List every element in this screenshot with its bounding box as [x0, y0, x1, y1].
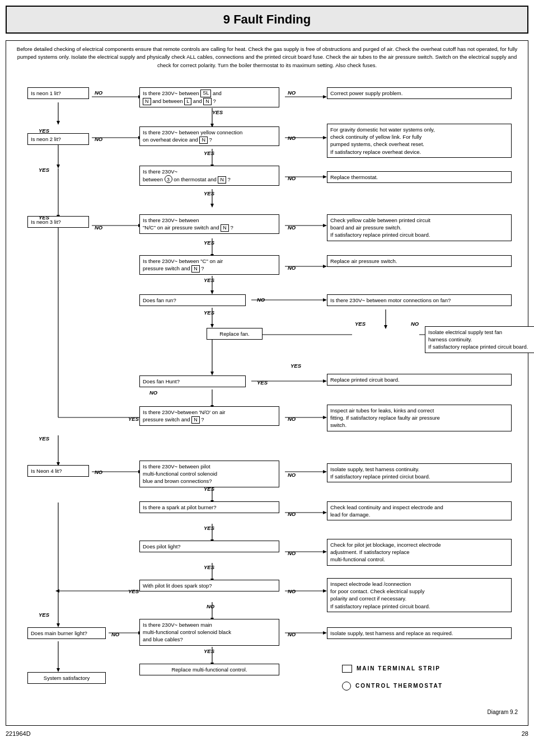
- ans-power-supply: Correct power supply problem.: [327, 87, 512, 99]
- label-yes-q4: YES: [204, 240, 214, 246]
- label-yes-q1: YES: [212, 109, 223, 115]
- label-yes-neon2: YES: [39, 167, 49, 173]
- q-fan-run: Does fan run?: [139, 294, 246, 306]
- label-no-q3: NO: [288, 175, 296, 181]
- label-yes-spark-stop: YES: [128, 588, 139, 594]
- ans-check-lead: Check lead continuity and inspect electr…: [327, 501, 512, 521]
- label-no-motor: NO: [411, 321, 419, 327]
- q-pilot-light: Does pilot light?: [139, 541, 279, 552]
- label-no-fan-run: NO: [257, 297, 265, 303]
- svg-marker-59: [323, 470, 327, 473]
- svg-marker-5: [323, 95, 327, 98]
- q-main-solenoid: Is there 230V~ between mainmulti-functio…: [139, 619, 279, 646]
- label-no-spark-stop: NO: [288, 588, 296, 594]
- q-thermostat-3: Is there 230V~between 3 on thermostat an…: [139, 166, 279, 186]
- ans-isolate-replace: Isolate supply, test harness and replace…: [327, 627, 512, 639]
- q-fan-hunt: Does fan Hunt?: [139, 375, 246, 387]
- label-no-pilot-solenoid: NO: [288, 472, 296, 478]
- title-box: 9 Fault Finding: [6, 6, 528, 34]
- symbol-square: [342, 665, 352, 673]
- svg-marker-31: [210, 290, 214, 294]
- ans-pilot-jet: Check for pilot jet blockage, incorrect …: [327, 539, 512, 566]
- label-no-fan-hunt: NO: [149, 389, 157, 396]
- ans-inspect-electrode: Inspect electrode lead /connectionfor po…: [327, 578, 512, 612]
- label-yes-motor: YES: [355, 321, 366, 327]
- ans-replace-mfc: Replace multi-functional control.: [139, 664, 279, 675]
- legend-square-label: MAIN TERMINAL STRIP: [357, 665, 441, 672]
- svg-marker-46: [323, 379, 327, 383]
- q-neon3: Is neon 3 lit?: [27, 216, 89, 228]
- svg-marker-71: [55, 589, 59, 593]
- svg-marker-33: [323, 298, 327, 302]
- ans-replace-pcb: Replace printed circuit board.: [327, 374, 512, 386]
- symbol-circle: [342, 682, 351, 691]
- svg-marker-44: [210, 372, 214, 375]
- svg-marker-29: [323, 265, 327, 268]
- page-title: 9 Fault Finding: [223, 12, 311, 26]
- svg-marker-13: [57, 165, 60, 168]
- label-yes-q3: YES: [204, 190, 214, 196]
- svg-marker-50: [323, 416, 327, 419]
- label-yes-neon4: YES: [39, 435, 49, 442]
- label-yes-main-solenoid: YES: [204, 648, 214, 654]
- label-no-q5: NO: [288, 265, 296, 271]
- label-no-neon2: NO: [95, 136, 102, 142]
- q-230v-sl-n: Is there 230V~ between SL and N and betw…: [139, 87, 279, 108]
- footer: 221964D 28: [6, 730, 528, 737]
- diagram-area: Before detailed checking of electrical c…: [6, 40, 528, 726]
- q-neon4: Is Neon 4 lit?: [27, 465, 89, 477]
- svg-marker-67: [323, 550, 327, 553]
- label-no-air-no: NO: [288, 416, 296, 422]
- label-yes-q2: YES: [204, 150, 214, 156]
- label-yes-neon3: YES: [39, 214, 49, 220]
- ans-isolate-fan: Isolate electrical supply test fanharnes…: [425, 326, 534, 353]
- label-no-spark-stop-down: NO: [207, 603, 214, 609]
- q-air-pressure-c: Is there 230V~ between "C" on airpressur…: [139, 255, 279, 275]
- page: 9 Fault Finding Before detailed checking…: [0, 0, 534, 756]
- q-air-pressure-no: Is there 230V~between 'N/O' on airpressu…: [139, 406, 279, 426]
- flowchart: Is neon 1 lit? NO Is there 230V~ between…: [11, 77, 523, 721]
- ans-air-tubes: Inspect air tubes for leaks, kinks and c…: [327, 405, 512, 431]
- ans-replace-thermostat: Replace thermostat.: [327, 171, 512, 183]
- q-motor-connections: Is there 230V~ between motor connections…: [327, 294, 512, 306]
- label-no-q4: NO: [288, 224, 296, 231]
- label-no-neon1: NO: [95, 90, 102, 96]
- label-yes-air-no: YES: [128, 416, 139, 422]
- svg-marker-1: [57, 121, 60, 125]
- label-yes-fan-hunt: YES: [257, 379, 268, 386]
- q-spark: Is there a spark at pilot burner?: [139, 501, 279, 513]
- label-yes-pilot-light: YES: [204, 564, 214, 570]
- legend-square-row: MAIN TERMINAL STRIP: [341, 664, 441, 674]
- svg-marker-85: [57, 668, 60, 672]
- page-number: 28: [522, 730, 528, 737]
- label-no-main-burner: NO: [111, 631, 119, 637]
- label-no-q2: NO: [288, 135, 296, 141]
- svg-marker-38: [384, 325, 387, 329]
- legend-circle-label: CONTROL THERMOSTAT: [355, 683, 443, 689]
- q-pilot-solenoid: Is there 230V~ between pilotmulti-functi…: [139, 461, 279, 487]
- doc-number: 221964D: [6, 730, 31, 737]
- intro-text: Before detailed checking of electrical c…: [11, 45, 523, 69]
- q-air-pressure-nc: Is there 230V~ between"N/C" on air press…: [139, 214, 279, 234]
- legend-circle-row: CONTROL THERMOSTAT: [341, 680, 443, 692]
- label-yes-q5: YES: [204, 277, 214, 283]
- diagram-label: Diagram 9.2: [488, 709, 518, 715]
- q-spark-stop: With pilot lit does spark stop?: [139, 580, 279, 591]
- label-no-main-solenoid: NO: [288, 631, 296, 637]
- q-yellow-overheat: Is there 230V~ between yellow connection…: [139, 126, 279, 147]
- svg-marker-81: [323, 631, 327, 635]
- ans-system-ok: System satisfactory: [27, 672, 106, 684]
- svg-marker-77: [57, 623, 60, 627]
- label-yes-spark: YES: [204, 525, 214, 531]
- label-yes-main-burner: YES: [39, 612, 49, 618]
- svg-marker-9: [323, 136, 327, 139]
- label-yes-fan-run: YES: [204, 309, 214, 316]
- svg-marker-25: [323, 224, 327, 227]
- ans-isolate-supply-harness: Isolate supply, test harness continuity.…: [327, 463, 512, 483]
- label-no-neon4: NO: [95, 469, 102, 475]
- ans-replace-fan: Replace fan.: [207, 328, 263, 340]
- svg-marker-19: [210, 204, 214, 208]
- label-yes-hunt-outer: YES: [291, 363, 301, 369]
- svg-marker-17: [323, 175, 327, 179]
- svg-marker-35: [210, 324, 214, 328]
